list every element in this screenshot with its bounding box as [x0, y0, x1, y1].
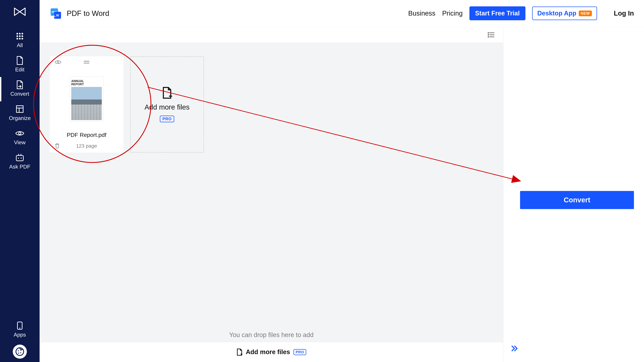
sidebar-item-all[interactable]: All	[0, 28, 40, 53]
topbar: PDF W PDF to Word Business Pricing Start…	[40, 0, 644, 27]
nav-business[interactable]: Business	[408, 9, 435, 17]
svg-point-18	[20, 352, 21, 353]
file-thumbnail[interactable]: ANNUAL REPORT	[50, 68, 124, 130]
cookie-icon	[15, 347, 24, 356]
eye-icon	[16, 129, 24, 138]
sidebar-item-view[interactable]: View	[0, 126, 40, 150]
desktop-app-button[interactable]: Desktop App NEW	[532, 6, 597, 20]
workspace: ANNUAL REPORT PDF Report.pdf 123 p	[40, 27, 503, 362]
mobile-icon	[16, 321, 24, 330]
svg-point-5	[22, 35, 23, 37]
list-icon	[487, 32, 495, 38]
svg-point-26	[488, 34, 489, 35]
svg-point-17	[18, 350, 19, 351]
svg-point-4	[19, 35, 21, 37]
svg-point-7	[19, 38, 21, 39]
tool-icon: PDF W	[50, 7, 62, 19]
eye-icon[interactable]	[55, 60, 62, 64]
nav-pricing[interactable]: Pricing	[442, 9, 462, 17]
sidebar-item-label: Ask PDF	[9, 164, 30, 170]
svg-point-3	[16, 35, 18, 37]
sidebar-item-apps[interactable]: Apps	[0, 318, 40, 340]
sidebar: All Edit Convert Organize	[0, 0, 40, 362]
svg-text:W: W	[56, 14, 59, 17]
svg-point-19	[18, 353, 19, 354]
sidebar-item-label: Apps	[14, 332, 26, 338]
login-link[interactable]: Log In	[614, 9, 634, 17]
sidebar-item-organize[interactable]: Organize	[0, 101, 40, 126]
sidebar-item-label: Edit	[15, 66, 24, 73]
svg-point-27	[488, 36, 489, 37]
pro-badge: PRO	[160, 116, 174, 122]
file-card[interactable]: ANNUAL REPORT PDF Report.pdf 123 p	[50, 56, 124, 153]
add-file-icon	[162, 87, 172, 99]
thumb-title-line2: REPORT	[71, 83, 102, 86]
new-badge: NEW	[579, 10, 592, 16]
tool-title: PDF to Word	[67, 9, 109, 17]
grid-dots-icon	[16, 32, 24, 40]
svg-point-6	[16, 38, 18, 39]
delete-file-button[interactable]	[55, 143, 60, 149]
collapse-panel-button[interactable]	[510, 345, 520, 352]
svg-point-20	[20, 350, 22, 351]
add-more-files-bottom-label: Add more files	[246, 349, 290, 356]
sidebar-item-label: View	[14, 139, 26, 146]
cookie-settings-button[interactable]	[13, 345, 27, 359]
list-view-button[interactable]	[486, 30, 496, 39]
sidebar-item-ask-pdf[interactable]: Ask PDF	[0, 150, 40, 174]
add-more-files-label: Add more files	[144, 103, 190, 111]
svg-point-10	[18, 132, 21, 135]
thumb-title-line1: ANNUAL	[71, 80, 102, 83]
sidebar-item-convert[interactable]: Convert	[0, 77, 40, 101]
desktop-app-label: Desktop App	[537, 10, 576, 17]
edit-file-icon	[16, 56, 24, 65]
svg-rect-9	[16, 106, 23, 112]
svg-rect-11	[16, 156, 23, 161]
workspace-toolbar	[40, 27, 503, 43]
svg-point-13	[21, 158, 22, 159]
svg-point-25	[488, 32, 489, 33]
svg-point-28	[57, 61, 59, 63]
drag-handle-icon[interactable]	[84, 61, 90, 63]
canvas[interactable]: ANNUAL REPORT PDF Report.pdf 123 p	[40, 43, 503, 362]
sidebar-item-label: Convert	[10, 91, 29, 97]
add-more-files-bottom[interactable]: Add more files PRO	[40, 342, 503, 362]
chevron-double-right-icon	[511, 345, 518, 352]
page-count: 123 page	[76, 143, 97, 149]
add-more-files-tile[interactable]: Add more files PRO	[130, 56, 204, 153]
brand-logo[interactable]	[14, 7, 26, 17]
start-free-trial-button[interactable]: Start Free Trial	[470, 6, 526, 20]
svg-point-12	[18, 158, 19, 159]
convert-button[interactable]: Convert	[520, 191, 634, 209]
sidebar-item-label: Organize	[9, 115, 31, 121]
convert-file-icon	[16, 80, 24, 89]
svg-point-8	[22, 38, 23, 39]
ask-pdf-icon	[16, 153, 24, 162]
svg-point-15	[19, 328, 20, 329]
add-file-icon	[236, 349, 242, 356]
svg-point-2	[22, 33, 23, 34]
svg-point-1	[19, 33, 21, 34]
right-panel: Convert	[503, 27, 644, 362]
pro-badge: PRO	[294, 349, 306, 355]
layout-icon	[16, 105, 24, 113]
file-name: PDF Report.pdf	[50, 130, 124, 139]
drop-hint-text: You can drop files here to add	[40, 331, 503, 339]
svg-point-0	[16, 33, 18, 34]
sidebar-item-label: All	[17, 42, 23, 48]
main: PDF W PDF to Word Business Pricing Start…	[40, 0, 644, 362]
sidebar-nav: All Edit Convert Organize	[0, 28, 40, 174]
sidebar-item-edit[interactable]: Edit	[0, 53, 40, 77]
